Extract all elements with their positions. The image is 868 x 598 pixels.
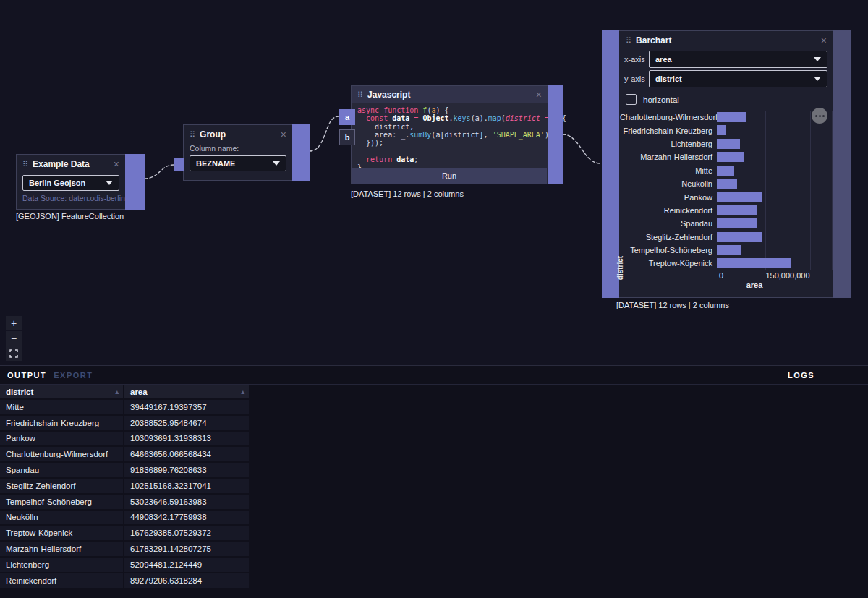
drag-handle-icon[interactable]: ⠿: [22, 161, 28, 168]
node-barchart[interactable]: ⠿ Barchart × x-axis area y-axis district: [602, 30, 851, 298]
export-button[interactable]: EXPORT: [54, 371, 93, 380]
cell-area: 44908342.17759938: [124, 511, 250, 526]
y-axis-select[interactable]: district: [649, 70, 827, 87]
output-port[interactable]: [292, 124, 310, 181]
chevron-down-icon: [106, 181, 113, 185]
output-port[interactable]: [125, 154, 145, 210]
table-row[interactable]: Reinickendorf89279206.6318284: [0, 573, 250, 589]
zoom-out-button[interactable]: −: [6, 331, 22, 346]
sort-icon[interactable]: ▴: [241, 388, 244, 396]
input-port-a[interactable]: a: [339, 109, 355, 125]
node-title: Group: [200, 129, 276, 140]
bar[interactable]: [717, 139, 740, 149]
bar[interactable]: [717, 112, 746, 122]
drag-handle-icon[interactable]: ⠿: [357, 91, 363, 98]
cell-district: Mitte: [0, 400, 124, 416]
logs-panel: LOGS: [780, 366, 868, 598]
table-row[interactable]: Spandau91836899.76208633: [0, 463, 250, 479]
bar[interactable]: [717, 192, 762, 202]
input-port[interactable]: [174, 158, 184, 171]
bar[interactable]: [717, 205, 757, 215]
cell-district: Marzahn-Hellersdorf: [0, 542, 124, 558]
code-line: district,: [357, 123, 542, 131]
logs-panel-title: LOGS: [788, 371, 814, 380]
flow-canvas[interactable]: ⠿ Example Data × Berlin Geojson Data Sou…: [0, 0, 868, 365]
column-label: area: [130, 388, 148, 396]
dataset-select[interactable]: Berlin Geojson: [22, 175, 119, 191]
code-line: async function f(a) {: [357, 106, 542, 114]
code-line: return data;: [357, 155, 542, 163]
run-button[interactable]: Run: [352, 168, 547, 184]
fit-view-button[interactable]: [6, 346, 22, 361]
category-label: Treptow-Köpenick: [620, 259, 717, 268]
table-row[interactable]: Marzahn-Hellersdorf61783291.142807275: [0, 542, 250, 558]
cell-area: 39449167.19397357: [124, 400, 250, 416]
cell-area: 61783291.142807275: [124, 542, 250, 558]
y-axis-select-value: district: [655, 74, 814, 83]
drag-handle-icon[interactable]: ⠿: [626, 37, 631, 44]
node-example-data[interactable]: ⠿ Example Data × Berlin Geojson Data Sou…: [16, 154, 145, 210]
table-row[interactable]: Treptow-Köpenick167629385.07529372: [0, 526, 250, 542]
cell-area: 64663656.066568434: [124, 447, 250, 463]
fit-view-icon: [9, 349, 18, 358]
bar[interactable]: [717, 258, 791, 268]
cell-area: 167629385.07529372: [124, 526, 250, 542]
column-select[interactable]: BEZNAME: [190, 155, 286, 171]
chevron-down-icon: [814, 57, 821, 61]
bottom-panel: OUTPUT EXPORT district ▴ area ▴ Mitte394…: [0, 365, 868, 598]
bar[interactable]: [717, 232, 762, 242]
table-row[interactable]: Lichtenberg52094481.2124449: [0, 558, 250, 573]
code-editor[interactable]: async function f(a) { const data = Objec…: [352, 103, 548, 173]
x-tick-label: 0: [719, 271, 723, 280]
table-row[interactable]: Mitte39449167.19397357: [0, 400, 250, 416]
bar[interactable]: [717, 166, 734, 176]
table-row[interactable]: Steglitz-Zehlendorf102515168.32317041: [0, 479, 250, 495]
zoom-in-button[interactable]: +: [6, 316, 22, 330]
wire: [310, 116, 339, 151]
x-axis-select[interactable]: area: [649, 51, 827, 68]
gridline: [788, 111, 788, 270]
data-source-link[interactable]: Data Source: daten.odis-berlin.de: [22, 194, 119, 202]
table-row[interactable]: Tempelhof-Schöneberg53023646.59163983: [0, 495, 250, 511]
output-port[interactable]: [833, 30, 851, 298]
table-row[interactable]: Neukölln44908342.17759938: [0, 511, 250, 526]
input-port-b[interactable]: b: [339, 129, 355, 145]
output-port[interactable]: [548, 85, 563, 184]
table-row[interactable]: Friedrichshain-Kreuzberg20388525.9548467…: [0, 416, 250, 432]
horizontal-checkbox[interactable]: [626, 94, 637, 105]
sort-icon[interactable]: ▴: [115, 388, 119, 396]
cell-district: Friedrichshain-Kreuzberg: [0, 416, 124, 432]
x-axis-title: area: [698, 281, 811, 289]
node-javascript[interactable]: ⠿ Javascript × async function f(a) { con…: [351, 85, 563, 184]
drag-handle-icon[interactable]: ⠿: [190, 131, 195, 138]
table-header-row: district ▴ area ▴: [0, 385, 250, 400]
cell-area: 20388525.95484674: [124, 416, 250, 432]
table-header-area[interactable]: area ▴: [124, 385, 250, 400]
cell-district: Reinickendorf: [0, 573, 124, 589]
cell-district: Spandau: [0, 463, 124, 479]
column-select-value: BEZNAME: [196, 159, 273, 168]
bar[interactable]: [717, 218, 757, 228]
cell-district: Tempelhof-Schöneberg: [0, 495, 124, 511]
cell-area: 52094481.2124449: [124, 558, 250, 573]
close-icon[interactable]: ×: [536, 90, 542, 99]
table-row[interactable]: Charlottenburg-Wilmersdorf64663656.06656…: [0, 447, 250, 463]
output-table: district ▴ area ▴ Mitte39449167.19397357…: [0, 385, 250, 589]
close-icon[interactable]: ×: [114, 160, 119, 168]
table-row[interactable]: Pankow103093691.31938313: [0, 432, 250, 448]
bar-chart: Charlottenburg-WilmersdorfFriedrichshain…: [620, 111, 833, 289]
category-label: Reinickendorf: [620, 206, 717, 215]
close-icon[interactable]: ×: [281, 130, 286, 139]
bar[interactable]: [717, 125, 726, 135]
cell-district: Steglitz-Zehlendorf: [0, 479, 124, 495]
bar[interactable]: [717, 179, 737, 189]
node-group[interactable]: ⠿ Group × Column name: BEZNAME: [183, 124, 310, 181]
bar[interactable]: [717, 152, 744, 162]
category-label: Charlottenburg-Wilmersdorf: [620, 113, 717, 121]
node-title: Barchart: [636, 35, 817, 46]
cell-area: 53023646.59163983: [124, 495, 250, 511]
canvas-zoom-controls: + −: [6, 316, 22, 361]
table-header-district[interactable]: district ▴: [0, 385, 124, 400]
close-icon[interactable]: ×: [821, 36, 827, 45]
bar[interactable]: [717, 245, 741, 255]
